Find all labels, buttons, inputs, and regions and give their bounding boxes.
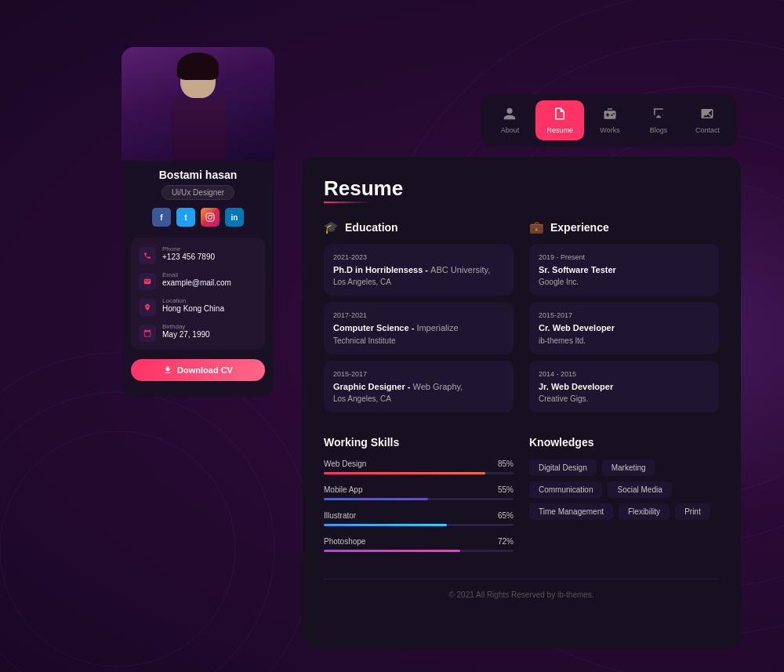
phone-label: Phone — [162, 245, 215, 252]
skills-col: Working Skills Web Design 85% Mobile App… — [324, 436, 514, 563]
edu-subtitle-3: Los Angeles, CA — [333, 394, 504, 403]
experience-heading-text: Experience — [550, 221, 609, 234]
nav-label-works: Works — [600, 126, 619, 134]
download-btn-label: Download CV — [177, 365, 233, 375]
nav-label-about: About — [501, 126, 520, 134]
exp-subtitle-2: ib-themes ltd. — [539, 336, 710, 345]
social-icons: f t in — [122, 208, 274, 227]
svg-point-10 — [212, 215, 213, 216]
exp-subtitle-1: Google Inc. — [539, 278, 710, 286]
exp-item-3: 2014 - 2015 Jr. Web Developer Creative G… — [529, 361, 719, 412]
profile-photo — [122, 47, 274, 161]
skill-pct-photoshop: 72% — [498, 537, 514, 546]
experience-heading: 💼 Experience — [529, 220, 719, 234]
education-col: 🎓 Education 2021-2023 Ph.D in Horriblens… — [324, 220, 514, 419]
linkedin-icon[interactable]: in — [225, 208, 244, 227]
edu-title-1: Ph.D in Horriblensess - ABC University, — [333, 264, 504, 276]
person-hair — [177, 53, 219, 80]
download-cv-button[interactable]: Download CV — [131, 359, 265, 381]
skill-name-photoshop: Photoshope — [324, 537, 365, 546]
facebook-icon[interactable]: f — [152, 208, 171, 227]
nav-item-about[interactable]: About — [487, 100, 532, 140]
exp-item-2: 2015-2017 Cr. Web Developer ib-themes lt… — [529, 302, 719, 354]
skill-illustrator: Illustrator 65% — [324, 511, 514, 526]
edu-year-2: 2017-2021 — [333, 311, 504, 319]
skill-pct-mobileapp: 55% — [498, 485, 514, 494]
email-value: example@mail.com — [162, 278, 231, 287]
nav-label-blogs: Blogs — [650, 126, 668, 134]
exp-subtitle-3: Creative Gigs. — [539, 394, 710, 403]
nav-item-works[interactable]: Works — [587, 100, 633, 140]
nav-item-resume[interactable]: Resume — [535, 100, 584, 140]
edu-subtitle-2: Technical Institute — [333, 336, 504, 345]
knowledge-heading: Knowledges — [529, 436, 719, 449]
exp-title-2: Cr. Web Developer — [539, 322, 710, 334]
blogs-icon — [652, 107, 666, 124]
tag-communication: Communication — [529, 481, 602, 498]
skill-webdesign: Web Design 85% — [324, 460, 514, 474]
svg-point-6 — [0, 392, 274, 672]
tag-social-media: Social Media — [608, 481, 671, 498]
skills-heading: Working Skills — [324, 436, 514, 449]
edu-title-2: Computer Science - Imperialize — [333, 322, 504, 334]
experience-col: 💼 Experience 2019 - Present Sr. Software… — [529, 220, 719, 419]
skill-photoshop: Photoshope 72% — [324, 537, 514, 552]
nav-label-contact: Contact — [695, 126, 720, 134]
exp-title-3: Jr. Web Developer — [539, 381, 710, 393]
experience-icon: 💼 — [529, 220, 544, 234]
svg-point-5 — [0, 431, 235, 667]
contact-icon — [700, 107, 714, 124]
nav-item-blogs[interactable]: Blogs — [636, 100, 681, 140]
svg-point-7 — [0, 353, 314, 672]
skill-bar-bg-illustrator — [324, 524, 514, 526]
email-label: Email — [162, 271, 231, 278]
exp-year-3: 2014 - 2015 — [539, 370, 710, 378]
nav-bar: About Resume Works Blogs Contact — [481, 94, 737, 147]
person-body — [171, 98, 226, 161]
tag-flexibility: Flexibility — [619, 503, 670, 520]
tag-print: Print — [675, 503, 710, 520]
location-item: Location Hong Kong China — [139, 297, 257, 316]
education-heading-text: Education — [345, 221, 398, 234]
education-icon: 🎓 — [324, 220, 339, 234]
birthday-item: Birthday May 27, 1990 — [139, 323, 257, 342]
birthday-value: May 27, 1990 — [162, 330, 210, 339]
profile-title: Ui/Ux Designer — [162, 185, 234, 200]
phone-value: +123 456 7890 — [162, 252, 215, 261]
skill-mobileapp: Mobile App 55% — [324, 485, 514, 500]
instagram-icon[interactable] — [201, 208, 220, 227]
profile-name: Bostami hasan — [122, 169, 274, 181]
nav-item-contact[interactable]: Contact — [684, 100, 731, 140]
location-value: Hong Kong China — [162, 304, 224, 313]
nav-label-resume: Resume — [546, 126, 573, 134]
contact-info: Phone +123 456 7890 Email example@mail.c… — [131, 238, 265, 350]
footer-text: © 2021 All Rights Reserved by ib-themes. — [324, 579, 719, 599]
knowledge-tags: Digital Design Marketing Communication S… — [529, 460, 719, 520]
exp-item-1: 2019 - Present Sr. Software Tester Googl… — [529, 244, 719, 296]
birthday-icon — [139, 325, 156, 342]
education-heading: 🎓 Education — [324, 220, 514, 234]
about-icon — [503, 107, 517, 124]
tag-digital-design: Digital Design — [529, 460, 597, 476]
download-icon — [163, 365, 172, 375]
twitter-icon[interactable]: t — [176, 208, 195, 227]
resume-card: Resume 🎓 Education 2021-2023 Ph.D in Hor… — [302, 157, 741, 648]
edu-year-1: 2021-2023 — [333, 253, 504, 261]
tag-marketing: Marketing — [602, 460, 655, 476]
skill-bar-bg-webdesign — [324, 472, 514, 474]
email-item: Email example@mail.com — [139, 271, 257, 290]
edu-exp-row: 🎓 Education 2021-2023 Ph.D in Horriblens… — [324, 220, 719, 419]
profile-title-badge: Ui/Ux Designer — [122, 185, 274, 200]
birthday-label: Birthday — [162, 323, 210, 330]
skill-bar-fill-webdesign — [324, 472, 485, 474]
skill-bar-fill-mobileapp — [324, 498, 428, 500]
svg-point-9 — [209, 216, 212, 220]
skill-bar-fill-photoshop — [324, 550, 460, 552]
skill-pct-illustrator: 65% — [498, 511, 514, 520]
skill-name-illustrator: Illustrator — [324, 511, 356, 520]
works-icon — [603, 107, 617, 124]
profile-card: Bostami hasan Ui/Ux Designer f t in Phon… — [122, 47, 274, 397]
phone-item: Phone +123 456 7890 — [139, 245, 257, 264]
edu-subtitle-1: Los Angeles, CA — [333, 278, 504, 286]
person-head — [180, 59, 216, 98]
